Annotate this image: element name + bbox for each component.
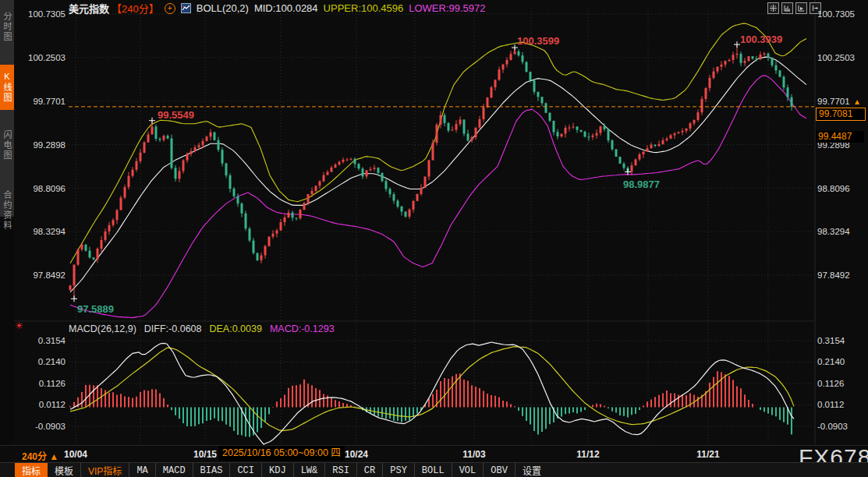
price-axis-label-right: 100.2503: [817, 52, 855, 63]
chart-header: 美元指数 【240分】 + BOLL(20,2) MID:100.0284 UP…: [69, 2, 486, 14]
toolbar-item-BOLL[interactable]: BOLL: [415, 463, 452, 477]
price-axis-label-left: 100.2503: [17, 52, 66, 63]
timeframe-badge[interactable]: 240分 ▲: [22, 449, 58, 462]
toolbar-item-VIP指标[interactable]: VIP指标: [81, 463, 129, 477]
price-up-arrow-icon: ▲: [853, 97, 861, 106]
toolbar-item-KDJ[interactable]: KDJ: [262, 463, 294, 477]
boll-mid-value: MID:100.0284: [254, 2, 318, 14]
price-axis-label-right: 97.8492: [817, 270, 850, 281]
macd-axis-label-right: 0.2140: [817, 356, 845, 367]
date-label-5: 11/21: [696, 449, 719, 460]
price-axis-label-right: 100.7305: [817, 9, 855, 19]
trading-app-window: 美元指数 【240分】 + BOLL(20,2) MID:100.0284 UP…: [0, 0, 868, 477]
toolbar-item-MA[interactable]: MA: [129, 463, 155, 477]
macd-axis-label-right: 0.0112: [817, 399, 844, 410]
macd-dea-value: DEA:0.0039: [209, 323, 261, 334]
sidebar-tab-2[interactable]: 闪电图: [0, 122, 14, 168]
price-axis-label-left: 100.7305: [17, 9, 66, 19]
macd-axis-label-left: 0.0112: [17, 399, 66, 410]
add-indicator-icon[interactable]: +: [165, 3, 175, 14]
date-label-1: 10/15: [193, 449, 217, 460]
sidebar-tab-1[interactable]: K线图: [0, 65, 14, 110]
sidebar-tab-0[interactable]: 分时图: [0, 4, 14, 49]
period-label: 【240分】: [112, 1, 159, 16]
price-annotation-3: 98.9877: [623, 178, 660, 190]
price-macd-chart[interactable]: [0, 0, 868, 477]
date-label-4: 11/12: [576, 449, 599, 460]
chart-scale-icon[interactable]: [781, 2, 793, 14]
toolbar-item-OBV[interactable]: OBV: [484, 463, 515, 477]
price-axis-label-left: 99.2898: [17, 140, 66, 150]
toolbar-item-MACD[interactable]: MACD: [156, 463, 193, 477]
macd-axis-label-left: -0.0903: [17, 421, 66, 432]
price-axis-label-left: 98.8096: [17, 183, 66, 194]
time-axis: 240分 ▲ 10/0410/1510/2411/0311/1211/21: [0, 445, 868, 463]
crosshair-tooltip: 2025/10/16 05:00~09:00 四: [218, 446, 345, 461]
toolbar-item-设置[interactable]: 设置: [515, 463, 548, 477]
price-axis-label-right: 98.8096: [817, 183, 850, 194]
secondary-price-box: 99.4487: [816, 131, 864, 143]
chart-toolbar-icons: [767, 2, 821, 14]
boll-upper-value: UPPER:100.4596: [324, 2, 404, 14]
macd-axis-label-right: 0.1126: [817, 378, 844, 389]
toolbar-item-CCI[interactable]: CCI: [230, 463, 262, 477]
boll-lower-value: LOWER:99.5972: [409, 2, 485, 14]
macd-axis-label-right: -0.0903: [817, 421, 848, 432]
toolbar-item-指标[interactable]: 指标: [15, 463, 48, 477]
indicator-toolbar: 指标模板VIP指标MAMACDBIASCCIKDJLW&RSICRPSYBOLL…: [0, 462, 868, 477]
date-label-0: 10/04: [64, 449, 87, 460]
toolbar-item-VOL[interactable]: VOL: [452, 463, 484, 477]
price-axis-label-left: 97.8492: [17, 270, 66, 281]
macd-hist-value: MACD:-0.1293: [270, 323, 335, 334]
toolbar-item-RSI[interactable]: RSI: [325, 463, 357, 477]
toolbar-item-PSY[interactable]: PSY: [383, 463, 415, 477]
current-price-box: 99.7081: [816, 108, 866, 121]
price-axis-label-left: 99.7701: [17, 96, 66, 107]
macd-axis-label-left: 0.3154: [17, 335, 66, 346]
macd-axis-label-right: 0.3154: [817, 335, 845, 346]
boll-label: BOLL(20,2): [197, 2, 249, 14]
macd-axis-label-left: 0.2140: [17, 356, 66, 367]
crosshair-tool-icon[interactable]: [767, 2, 779, 14]
price-annotation-0: 97.5889: [77, 303, 114, 315]
price-axis-label-right: 98.3294: [817, 226, 850, 237]
toolbar-item-LW&[interactable]: LW&: [294, 463, 326, 477]
date-label-2: 10/24: [345, 449, 368, 460]
price-axis-label-left: 98.3294: [17, 226, 66, 237]
macd-axis-label-left: 0.1126: [17, 378, 66, 389]
chart-type-icon[interactable]: [181, 3, 191, 13]
toolbar-item-模板[interactable]: 模板: [48, 463, 81, 477]
toolbar-item-CR[interactable]: CR: [357, 463, 383, 477]
price-annotation-2: 100.3599: [517, 35, 559, 47]
macd-header: MACD(26,12,9) DIFF:-0.0608 DEA:0.0039 MA…: [69, 323, 335, 334]
sidebar-tab-3[interactable]: 合约资料: [0, 180, 14, 241]
macd-params: MACD(26,12,9): [69, 323, 136, 334]
date-label-3: 11/03: [462, 449, 485, 460]
price-annotation-4: 100.3939: [740, 34, 782, 45]
chart-play-icon[interactable]: [795, 2, 807, 14]
price-axis-label-right: 99.7701: [817, 96, 850, 107]
symbol-title: 美元指数: [69, 1, 109, 16]
toolbar-item-BIAS[interactable]: BIAS: [193, 463, 231, 477]
alert-indicator-icon[interactable]: ☀: [15, 320, 23, 331]
macd-diff-value: DIFF:-0.0608: [144, 323, 202, 334]
price-annotation-1: 99.5549: [158, 109, 194, 121]
